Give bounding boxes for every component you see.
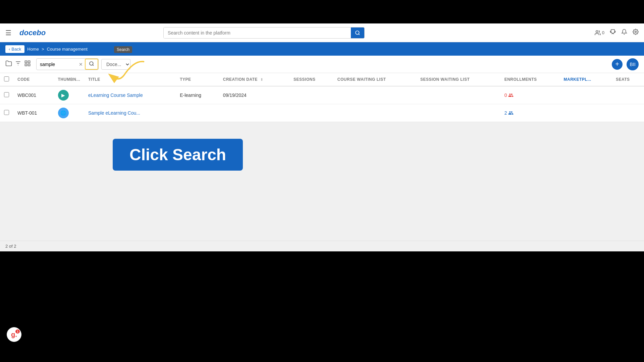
breadcrumb: ‹ Back Home > Course management — [0, 42, 644, 56]
row2-enroll-count: 2 — [504, 110, 507, 116]
pagination-info: 2 of 2 — [5, 244, 16, 249]
row2-title: Sample eLearning Cou... — [84, 104, 176, 122]
svg-point-2 — [596, 31, 598, 33]
row2-seats — [612, 104, 644, 122]
table-search-box: ✕ Search — [36, 58, 99, 70]
table-search-icon — [89, 61, 94, 66]
users-icon — [595, 30, 601, 36]
row2-marketplace — [560, 104, 612, 122]
row1-cwl — [333, 86, 416, 104]
toolbar-right: + BII — [612, 58, 639, 70]
grammarly-badge[interactable]: g. 1 — [7, 327, 21, 342]
bell-icon-container[interactable] — [621, 29, 627, 37]
row2-title-link[interactable]: Sample eLearning Cou... — [88, 110, 140, 116]
header-session-waiting-list: SESSION WAITING LIST — [416, 73, 500, 86]
sort-icon: ⇕ — [260, 78, 263, 81]
svg-line-1 — [359, 34, 360, 35]
header-search-input[interactable] — [164, 27, 351, 38]
table-footer: 2 of 2 — [0, 241, 644, 251]
back-button[interactable]: ‹ Back — [5, 45, 24, 53]
row1-title: eLearning Course Sample — [84, 86, 176, 104]
grammarly-notification: 1 — [15, 329, 20, 334]
table-container: CODE THUMBN... TITLE TYPE CREATION DATE … — [0, 73, 644, 241]
header-right-icons: 0 — [595, 29, 639, 37]
header-code: CODE — [13, 73, 54, 86]
header-type: TYPE — [176, 73, 219, 86]
settings-icon-container[interactable] — [633, 29, 639, 37]
trophy-icon — [610, 29, 616, 35]
svg-point-3 — [635, 31, 637, 33]
row2-thumb-icon: 🌐 — [58, 108, 69, 118]
add-button[interactable]: + — [612, 59, 623, 70]
breadcrumb-home[interactable]: Home — [27, 47, 39, 52]
search-clear-button[interactable]: ✕ — [77, 62, 85, 67]
header-creation-date[interactable]: CREATION DATE ⇕ — [219, 73, 289, 86]
svg-rect-8 — [28, 61, 30, 63]
svg-line-12 — [93, 65, 94, 66]
table-row: WBT-001 🌐 Sample eLearning Cou... 2 — [0, 104, 644, 122]
search-icon — [355, 30, 360, 36]
row1-enrollments: 0 — [500, 86, 560, 104]
svg-rect-9 — [25, 64, 27, 66]
breadcrumb-current: Course management — [47, 47, 88, 52]
row2-cwl — [333, 104, 416, 122]
header-search-bar — [163, 27, 365, 39]
header-search-button[interactable] — [351, 27, 364, 38]
row1-swl — [416, 86, 500, 104]
bell-icon — [621, 29, 627, 35]
svg-point-11 — [90, 62, 93, 65]
breadcrumb-separator: > — [42, 47, 44, 52]
table-search-button[interactable] — [85, 59, 98, 70]
select-all-checkbox[interactable] — [4, 76, 9, 81]
grid-icon[interactable] — [24, 60, 31, 68]
top-black-bar — [0, 0, 644, 23]
header: ☰ docebo 0 — [0, 23, 644, 42]
row1-people-icon — [508, 93, 514, 98]
header-thumbnail: THUMBN... — [54, 73, 85, 86]
header-title: TITLE — [84, 73, 176, 86]
header-marketplace: MARKETPL... — [560, 73, 612, 86]
header-sessions: SESSIONS — [289, 73, 333, 86]
row1-seats — [612, 86, 644, 104]
row1-title-link[interactable]: eLearning Course Sample — [88, 93, 143, 98]
header-seats: SEATS — [612, 73, 644, 86]
row2-sessions — [289, 104, 333, 122]
docebo-dropdown[interactable]: Doce... — [101, 59, 130, 70]
folder-icon[interactable] — [5, 60, 12, 68]
filter-icon[interactable] — [15, 60, 21, 68]
row1-type: E-learning — [176, 86, 219, 104]
click-search-label: Click Search — [113, 139, 243, 171]
toolbar: ✕ Search Doce... + BII — [0, 56, 644, 73]
trophy-icon-container[interactable] — [610, 29, 616, 37]
row2-swl — [416, 104, 500, 122]
row1-marketplace — [560, 86, 612, 104]
settings-icon — [633, 29, 639, 35]
header-checkbox-cell — [0, 73, 13, 86]
users-count: 0 — [602, 30, 604, 35]
row2-type — [176, 104, 219, 122]
users-icon-container[interactable]: 0 — [595, 30, 604, 36]
table-search-input[interactable] — [37, 60, 77, 69]
main-container: ☰ docebo 0 — [0, 23, 644, 251]
row2-checkbox-cell — [0, 104, 13, 122]
row1-enroll-count: 0 — [504, 93, 507, 98]
click-search-overlay: Click Search — [113, 139, 243, 171]
row1-checkbox[interactable] — [4, 92, 9, 97]
row2-people-icon — [508, 110, 514, 116]
header-course-waiting-list: COURSE WAITING LIST — [333, 73, 416, 86]
row2-enrollments: 2 — [500, 104, 560, 122]
svg-rect-10 — [28, 64, 30, 66]
hamburger-icon[interactable]: ☰ — [5, 29, 11, 37]
row1-sessions — [289, 86, 333, 104]
courses-table: CODE THUMBN... TITLE TYPE CREATION DATE … — [0, 73, 644, 122]
svg-point-0 — [356, 31, 359, 35]
table-row: WBC001 ▶ eLearning Course Sample E-learn… — [0, 86, 644, 104]
row1-code: WBC001 — [13, 86, 54, 104]
row1-creation-date: 09/19/2024 — [219, 86, 289, 104]
header-enrollments: ENROLLMENTS — [500, 73, 560, 86]
row2-checkbox[interactable] — [4, 110, 9, 115]
profile-button[interactable]: BII — [627, 58, 639, 70]
row1-thumb-icon: ▶ — [58, 90, 69, 101]
svg-rect-7 — [25, 61, 27, 63]
row1-thumbnail: ▶ — [54, 86, 85, 104]
